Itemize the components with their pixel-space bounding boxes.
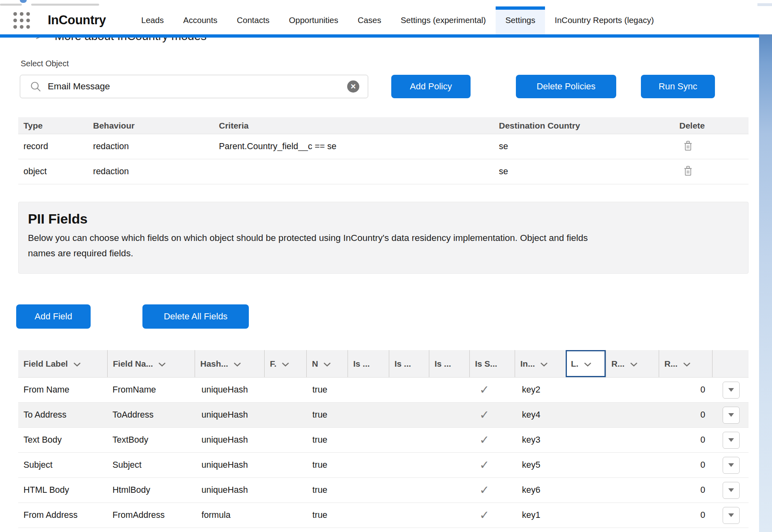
field-cell-l bbox=[565, 378, 606, 402]
field-row[interactable]: SubjectSubjectuniqueHashtrue✓key50 bbox=[18, 453, 749, 478]
delete-policies-button[interactable]: Delete Policies bbox=[516, 75, 616, 98]
field-row[interactable]: From AddressFromAddressformulatrue✓key10 bbox=[18, 503, 749, 528]
tab-settings-experimental[interactable]: Settings (experimental) bbox=[391, 6, 496, 34]
field-cell-is-searchable: ✓ bbox=[469, 478, 515, 502]
field-cell-f bbox=[264, 478, 306, 502]
tab-opportunities[interactable]: Opportunities bbox=[279, 6, 348, 34]
trash-icon bbox=[683, 165, 693, 178]
fields-column-header-14[interactable] bbox=[712, 350, 749, 377]
tab-label: InCountry Reports (legacy) bbox=[555, 15, 654, 25]
policy-cell-delete bbox=[671, 159, 749, 184]
fields-column-header-10[interactable]: In... bbox=[515, 350, 565, 377]
delete-policy-button[interactable] bbox=[683, 165, 693, 178]
policies-column-header: Destination Country bbox=[493, 117, 671, 134]
column-header-label: N bbox=[312, 359, 318, 369]
add-policy-button[interactable]: Add Policy bbox=[391, 75, 471, 98]
tab-label: Cases bbox=[358, 15, 381, 25]
checkmark-icon: ✓ bbox=[479, 384, 489, 396]
fields-column-header-13[interactable]: R... bbox=[659, 350, 712, 377]
fields-column-header-8[interactable]: Is ... bbox=[429, 350, 469, 377]
checkmark-icon: ✓ bbox=[479, 509, 489, 521]
row-actions-dropdown-button[interactable] bbox=[723, 457, 740, 474]
column-header-label: R... bbox=[611, 359, 625, 369]
field-cell-is_2 bbox=[389, 503, 429, 528]
tab-settings[interactable]: Settings bbox=[496, 6, 545, 34]
field-cell-f bbox=[264, 403, 306, 427]
tab-incountry-reports-legacy[interactable]: InCountry Reports (legacy) bbox=[545, 6, 664, 34]
tab-label: Leads bbox=[141, 15, 164, 25]
field-cell-is-searchable: ✓ bbox=[469, 503, 515, 528]
chevron-down-icon bbox=[630, 359, 637, 369]
run-sync-button[interactable]: Run Sync bbox=[641, 75, 715, 98]
app-window: InCountry LeadsAccountsContactsOpportuni… bbox=[0, 0, 772, 532]
app-name: InCountry bbox=[48, 6, 106, 34]
app-launcher-icon[interactable] bbox=[13, 12, 30, 29]
field-cell-f bbox=[264, 428, 306, 452]
row-actions-dropdown-button[interactable] bbox=[723, 382, 740, 399]
field-cell-r_1 bbox=[606, 478, 659, 502]
field-row[interactable]: HTML BodyHtmlBodyuniqueHashtrue✓key60 bbox=[18, 478, 749, 503]
brand-underline-bar bbox=[0, 34, 759, 38]
row-actions-dropdown-button[interactable] bbox=[723, 432, 740, 449]
policies-column-header: Behaviour bbox=[89, 117, 214, 134]
tab-cases[interactable]: Cases bbox=[348, 6, 391, 34]
column-header-label: Is ... bbox=[435, 359, 451, 369]
field-cell-n: true bbox=[306, 478, 348, 502]
field-cell-field_label: Subject bbox=[18, 453, 107, 477]
field-row[interactable]: To AddressToAddressuniqueHashtrue✓key40 bbox=[18, 403, 749, 428]
fields-column-header-2[interactable]: Field Na... bbox=[107, 350, 195, 377]
field-cell-is_3 bbox=[429, 503, 469, 528]
object-search-combobox[interactable]: Email Message × bbox=[20, 75, 368, 98]
row-actions-dropdown-button[interactable] bbox=[723, 507, 740, 524]
field-cell-is_1 bbox=[348, 378, 389, 402]
fields-column-header-7[interactable]: Is ... bbox=[389, 350, 429, 377]
fields-column-header-5[interactable]: N bbox=[306, 350, 348, 377]
fields-column-header-11[interactable]: L. bbox=[565, 350, 606, 377]
field-cell-r_2: 0 bbox=[659, 378, 712, 402]
field-cell-r_2: 0 bbox=[659, 453, 712, 477]
policy-cell-criteria: Parent.Country_field__c == se bbox=[214, 134, 493, 159]
fields-column-header-6[interactable]: Is ... bbox=[348, 350, 389, 377]
field-cell-r_1 bbox=[606, 428, 659, 452]
add-field-button[interactable]: Add Field bbox=[16, 304, 91, 329]
fields-column-header-3[interactable]: Hash... bbox=[195, 350, 264, 377]
delete-policy-button[interactable] bbox=[683, 140, 693, 153]
column-header-label: Field Label bbox=[23, 359, 68, 369]
policies-column-header: Criteria bbox=[214, 117, 493, 134]
policy-cell-criteria bbox=[214, 159, 493, 184]
global-navigation: InCountry LeadsAccountsContactsOpportuni… bbox=[0, 6, 772, 34]
fields-column-header-12[interactable]: R... bbox=[606, 350, 659, 377]
field-cell-is_2 bbox=[389, 478, 429, 502]
field-cell-r_1 bbox=[606, 403, 659, 427]
background-wallpaper-strip bbox=[759, 34, 772, 532]
tab-contacts[interactable]: Contacts bbox=[227, 6, 279, 34]
policies-table-header: TypeBehaviourCriteriaDestination Country… bbox=[18, 117, 749, 134]
field-row[interactable]: From NameFromNameuniqueHashtrue✓key20 bbox=[18, 378, 749, 403]
column-header-label: Is ... bbox=[394, 359, 411, 369]
field-cell-hashing: uniqueHash bbox=[195, 403, 264, 427]
tab-leads[interactable]: Leads bbox=[131, 6, 174, 34]
column-header-label: R... bbox=[664, 359, 678, 369]
field-cell-is_3 bbox=[429, 403, 469, 427]
clear-search-button[interactable]: × bbox=[347, 80, 359, 93]
field-cell-actions bbox=[712, 503, 749, 528]
tab-accounts[interactable]: Accounts bbox=[174, 6, 227, 34]
row-actions-dropdown-button[interactable] bbox=[723, 407, 740, 424]
field-cell-f bbox=[264, 453, 306, 477]
trash-icon bbox=[683, 140, 693, 153]
chevron-down-icon bbox=[159, 359, 165, 369]
fields-column-header-1[interactable]: Field Label bbox=[18, 350, 107, 377]
checkmark-icon: ✓ bbox=[479, 484, 489, 496]
field-cell-n: true bbox=[306, 453, 348, 477]
field-row[interactable]: Text BodyTextBodyuniqueHashtrue✓key30 bbox=[18, 428, 749, 453]
policy-cell-type: object bbox=[18, 159, 89, 184]
fields-column-header-9[interactable]: Is S... bbox=[469, 350, 515, 377]
clipped-section-heading: > More about InCountry modes bbox=[36, 38, 343, 44]
column-header-label: F. bbox=[270, 359, 276, 369]
policy-cell-destination_country: se bbox=[493, 134, 671, 159]
field-cell-n: true bbox=[306, 503, 348, 528]
delete-all-fields-button[interactable]: Delete All Fields bbox=[142, 304, 249, 329]
fields-column-header-4[interactable]: F. bbox=[264, 350, 306, 377]
row-actions-dropdown-button[interactable] bbox=[723, 482, 740, 499]
tab-label: Settings bbox=[505, 15, 535, 25]
